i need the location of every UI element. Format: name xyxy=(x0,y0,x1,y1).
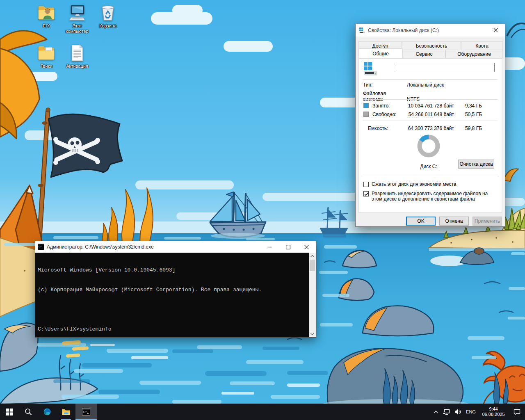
documents-folder-icon xyxy=(37,43,56,62)
file-explorer-icon xyxy=(62,408,71,416)
close-icon xyxy=(304,245,309,249)
used-space-row: Занято: 10 034 761 728 байт 9,34 ГБ xyxy=(359,103,502,109)
desktop-icon-label: Корзина xyxy=(92,23,124,29)
dialog-close-button[interactable] xyxy=(486,24,505,36)
taskbar-edge-button[interactable] xyxy=(38,404,57,420)
capacity-row: Емкость: 64 300 773 376 байт 59,8 ГБ xyxy=(359,125,502,131)
cancel-button[interactable]: Отмена xyxy=(439,217,469,226)
desktop-icon-this-pc[interactable]: Этот компьютер xyxy=(61,3,93,34)
chevron-down-icon xyxy=(310,333,314,335)
cmd-console-output: Microsoft Windows [Version 10.0.19045.60… xyxy=(35,253,309,337)
index-checkbox[interactable] xyxy=(363,191,369,196)
cmd-window-controls xyxy=(260,241,316,253)
desktop: FIX Этот компьютер Корзина xyxy=(0,0,525,420)
free-space-row: Свободно: 54 266 011 648 байт 50,5 ГБ xyxy=(359,111,502,117)
cmd-icon: C:\ xyxy=(82,408,90,415)
drive-icon-large xyxy=(363,61,379,77)
taskbar: C:\ xyxy=(0,404,525,420)
free-legend-swatch xyxy=(363,112,369,117)
dialog-tabs: Доступ Безопасность Квота Общие Сервис О… xyxy=(358,41,503,58)
action-center-button[interactable] xyxy=(509,404,525,420)
svg-text:C:\: C:\ xyxy=(83,411,88,413)
minimize-button[interactable] xyxy=(260,241,279,253)
disk-caption: Диск C: xyxy=(408,164,449,169)
desktop-icon-label: Активация xyxy=(61,64,93,69)
search-button[interactable] xyxy=(19,404,38,420)
search-icon xyxy=(25,408,32,415)
taskbar-explorer-button[interactable] xyxy=(57,404,75,420)
tab-general[interactable]: Общие xyxy=(358,48,403,58)
chevron-up-icon xyxy=(434,411,438,413)
desktop-icon-recycle-bin[interactable]: Корзина xyxy=(92,3,124,29)
desktop-icon-activation[interactable]: Активация xyxy=(61,43,93,69)
svg-text:C:\: C:\ xyxy=(39,245,43,248)
tab-quota[interactable]: Квота xyxy=(461,41,503,50)
checkmark-icon xyxy=(364,192,369,197)
desktop-icon-label: FIX xyxy=(30,23,62,29)
taskbar-cmd-button[interactable]: C:\ xyxy=(75,404,97,420)
filesystem-row: Файловая система:NTFS xyxy=(363,91,420,102)
disk-usage-chart xyxy=(416,134,441,158)
drive-icon xyxy=(359,27,365,34)
windows-logo-icon xyxy=(6,409,13,415)
compress-checkbox-row[interactable]: Сжать этот диск для экономии места xyxy=(363,182,497,187)
separator xyxy=(363,79,498,80)
apply-button[interactable]: Применить xyxy=(472,217,502,226)
clock-date: 06.08.2025 xyxy=(482,412,504,417)
dialog-buttons: OK Отмена Применить xyxy=(406,217,502,226)
dialog-body: Доступ Безопасность Квота Общие Сервис О… xyxy=(356,37,505,226)
separator xyxy=(363,99,498,100)
desktop-icon-label: Этот компьютер xyxy=(61,23,93,34)
ok-button[interactable]: OK xyxy=(406,217,436,226)
index-checkbox-row[interactable]: Разрешить индексировать содержимое файло… xyxy=(363,191,497,202)
compress-checkbox[interactable] xyxy=(363,182,369,187)
text-document-icon xyxy=(68,43,87,62)
disk-properties-dialog: Свойства: Локальный диск (C:) Доступ Без… xyxy=(355,24,505,227)
general-tab-page: Тип:Локальный диск Файловая система:NTFS… xyxy=(358,58,502,213)
chevron-up-icon xyxy=(310,255,314,257)
network-icon xyxy=(443,409,450,415)
start-button[interactable] xyxy=(0,404,19,420)
speaker-icon xyxy=(454,409,461,415)
volume-button[interactable] xyxy=(452,404,463,420)
taskbar-clock[interactable]: 9:44 06.08.2025 xyxy=(478,404,509,420)
recycle-bin-icon xyxy=(98,3,117,22)
maximize-icon xyxy=(286,245,290,249)
cmd-title: Администратор: C:\Windows\system32\cmd.e… xyxy=(47,244,154,250)
volume-label-input[interactable] xyxy=(394,63,495,72)
desktop-icon-fix[interactable]: FIX xyxy=(30,3,62,29)
minimize-icon xyxy=(267,245,272,249)
tab-hardware[interactable]: Оборудование xyxy=(445,50,503,58)
user-folder-icon xyxy=(37,3,56,22)
desktop-icon-label: Твики xyxy=(30,64,62,69)
dialog-titlebar[interactable]: Свойства: Локальный диск (C:) xyxy=(356,24,505,37)
disk-cleanup-button[interactable]: Очистка диска xyxy=(458,160,494,169)
cmd-scrollbar[interactable] xyxy=(309,253,316,337)
close-button[interactable] xyxy=(297,241,316,253)
desktop-icon-tweaks[interactable]: Твики xyxy=(30,43,62,69)
scroll-down-button[interactable] xyxy=(309,331,316,337)
cmd-titlebar[interactable]: C:\ Администратор: C:\Windows\system32\c… xyxy=(35,241,316,253)
language-indicator[interactable]: ENG xyxy=(463,404,478,420)
type-row: Тип:Локальный диск xyxy=(363,82,444,88)
cmd-window: C:\ Администратор: C:\Windows\system32\c… xyxy=(35,241,316,338)
separator xyxy=(363,175,498,175)
dialog-title: Свойства: Локальный диск (C:) xyxy=(368,27,439,33)
this-pc-icon xyxy=(68,3,87,22)
cmd-icon: C:\ xyxy=(38,244,44,250)
tab-security[interactable]: Безопасность xyxy=(402,41,461,50)
used-legend-swatch xyxy=(363,103,369,108)
separator xyxy=(363,121,498,121)
edge-icon xyxy=(43,408,51,416)
tab-tools[interactable]: Сервис xyxy=(403,50,445,58)
maximize-button[interactable] xyxy=(279,241,297,253)
close-icon xyxy=(493,28,498,32)
tray-chevron-button[interactable] xyxy=(431,404,441,420)
network-status-button[interactable] xyxy=(441,404,452,420)
scrollbar-thumb[interactable] xyxy=(310,260,315,271)
scroll-up-button[interactable] xyxy=(309,253,316,259)
system-tray: ENG 9:44 06.08.2025 xyxy=(431,404,525,420)
clock-time: 9:44 xyxy=(489,406,498,412)
notification-icon xyxy=(514,409,520,415)
